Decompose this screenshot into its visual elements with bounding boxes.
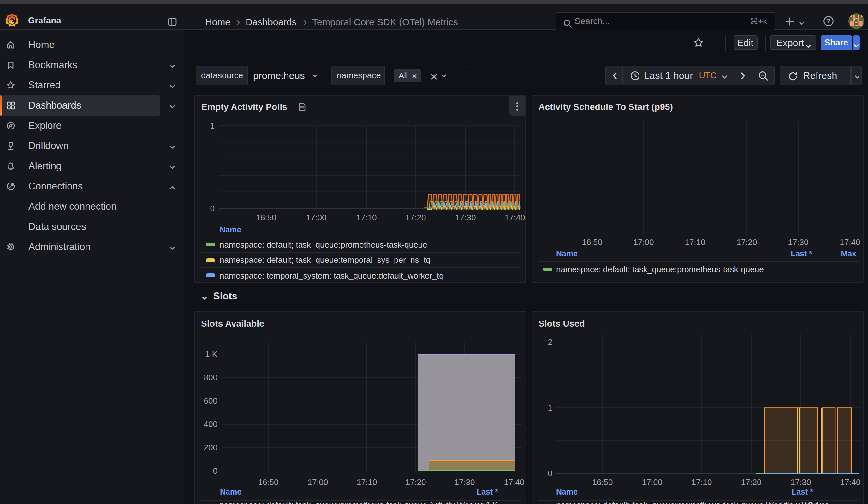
svg-text:17:40: 17:40 [840, 237, 860, 247]
svg-text:17:20: 17:20 [405, 477, 425, 487]
svg-text:17:00: 17:00 [307, 477, 328, 487]
svg-text:17:10: 17:10 [691, 477, 712, 487]
svg-text:17:40: 17:40 [504, 477, 524, 487]
svg-text:16:50: 16:50 [258, 477, 278, 487]
svg-text:17:20: 17:20 [736, 237, 757, 247]
svg-text:16:50: 16:50 [582, 237, 602, 247]
svg-text:17:30: 17:30 [788, 237, 808, 247]
svg-text:1: 1 [210, 121, 215, 131]
svg-text:16:50: 16:50 [256, 213, 276, 222]
svg-text:?: ? [827, 18, 830, 25]
svg-text:17:10: 17:10 [356, 477, 376, 487]
svg-text:17:00: 17:00 [633, 237, 654, 247]
svg-text:17:00: 17:00 [642, 477, 662, 487]
svg-text:17:00: 17:00 [306, 213, 327, 222]
svg-text:17:30: 17:30 [455, 213, 476, 222]
svg-text:17:20: 17:20 [405, 213, 426, 222]
svg-text:17:10: 17:10 [356, 213, 376, 222]
svg-text:17:10: 17:10 [685, 237, 705, 247]
svg-text:17:30: 17:30 [454, 477, 474, 487]
svg-text:17:20: 17:20 [741, 477, 761, 487]
svg-text:0: 0 [210, 204, 215, 213]
svg-text:17:40: 17:40 [840, 477, 860, 487]
svg-text:17:40: 17:40 [504, 213, 525, 222]
svg-text:16:50: 16:50 [592, 477, 613, 487]
svg-text:17:30: 17:30 [790, 477, 811, 487]
